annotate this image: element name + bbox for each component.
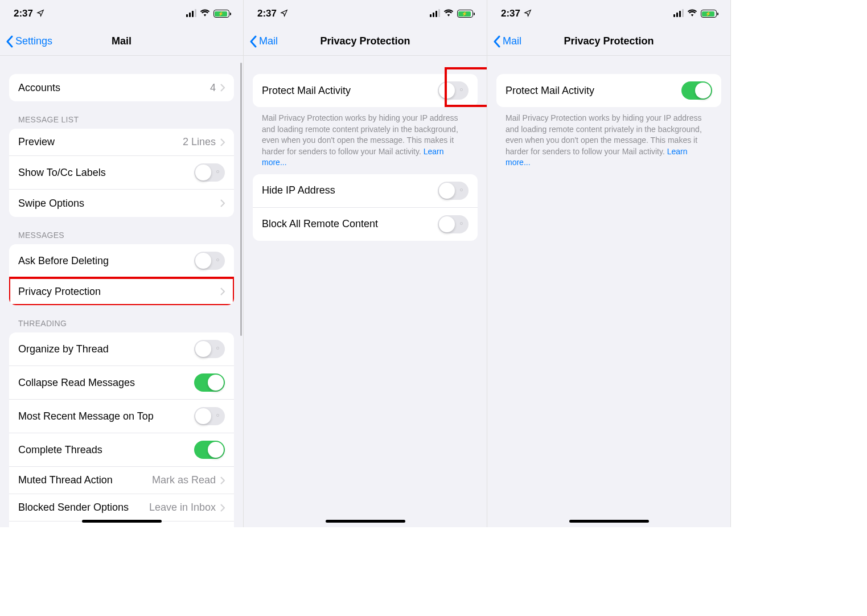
recent-toggle[interactable]	[194, 407, 225, 425]
show-tocc-label: Show To/Cc Labels	[18, 167, 106, 179]
privacy-content: Protect Mail Activity Mail Privacy Prote…	[487, 56, 730, 527]
status-bar: 2:37 ⚡	[244, 0, 487, 27]
ask-before-deleting-row: Ask Before Deleting	[9, 244, 234, 278]
status-time: 2:37	[257, 8, 277, 19]
collapse-toggle[interactable]	[194, 373, 225, 392]
protect-toggle[interactable]	[681, 81, 712, 100]
back-button[interactable]: Mail	[244, 35, 278, 48]
chevron-left-icon	[6, 35, 13, 48]
recent-on-top-row: Most Recent Message on Top	[9, 400, 234, 433]
muted-action-row[interactable]: Muted Thread Action Mark as Read	[9, 467, 234, 494]
preview-row[interactable]: Preview 2 Lines	[9, 129, 234, 156]
accounts-value: 4	[210, 82, 216, 94]
block-remote-label: Block All Remote Content	[262, 218, 378, 230]
blocked-sender-row[interactable]: Blocked Sender Options Leave in Inbox	[9, 494, 234, 521]
hide-ip-row: Hide IP Address	[253, 174, 478, 208]
swipe-label: Swipe Options	[18, 198, 84, 210]
cellular-signal-icon	[186, 10, 196, 17]
back-button[interactable]: Mail	[487, 35, 521, 48]
status-bar: 2:37 ⚡	[487, 0, 730, 27]
collapse-label: Collapse Read Messages	[18, 377, 135, 389]
complete-label: Complete Threads	[18, 444, 102, 456]
hide-ip-label: Hide IP Address	[262, 184, 335, 196]
nav-bar: Mail Privacy Protection	[487, 27, 730, 56]
location-icon	[280, 9, 288, 19]
back-button[interactable]: Settings	[0, 35, 52, 48]
protect-label: Protect Mail Activity	[262, 85, 351, 97]
chevron-left-icon	[249, 35, 257, 48]
cellular-signal-icon	[430, 10, 440, 17]
back-label: Mail	[259, 35, 278, 47]
recent-label: Most Recent Message on Top	[18, 410, 154, 422]
privacy-label: Privacy Protection	[18, 286, 101, 298]
protect-toggle[interactable]	[438, 81, 469, 100]
location-icon	[36, 9, 44, 19]
section-header-threading: THREADING	[9, 305, 234, 332]
status-bar: 2:37 ⚡	[0, 0, 243, 27]
section-header-message-list: MESSAGE LIST	[9, 101, 234, 129]
ask-before-label: Ask Before Deleting	[18, 255, 109, 267]
show-tocc-row: Show To/Cc Labels	[9, 156, 234, 190]
nav-bar: Mail Privacy Protection	[244, 27, 487, 56]
organize-label: Organize by Thread	[18, 343, 109, 355]
location-icon	[524, 9, 532, 19]
accounts-row[interactable]: Accounts 4	[9, 74, 234, 101]
muted-value: Mark as Read	[152, 474, 216, 486]
privacy-protection-row[interactable]: Privacy Protection	[9, 278, 234, 305]
home-indicator[interactable]	[326, 520, 405, 523]
blocked-sender-label: Blocked Sender Options	[18, 502, 129, 514]
complete-toggle[interactable]	[194, 441, 225, 459]
muted-label: Muted Thread Action	[18, 474, 113, 486]
protect-mail-activity-row: Protect Mail Activity	[496, 74, 721, 107]
block-remote-row: Block All Remote Content	[253, 208, 478, 241]
status-time: 2:37	[14, 8, 33, 19]
collapse-read-row: Collapse Read Messages	[9, 366, 234, 400]
home-indicator[interactable]	[82, 520, 162, 523]
ask-before-toggle[interactable]	[194, 252, 225, 270]
organize-toggle[interactable]	[194, 340, 225, 358]
nav-bar: Settings Mail	[0, 27, 243, 56]
status-time: 2:37	[501, 8, 520, 19]
preview-value: 2 Lines	[183, 136, 216, 148]
section-header-messages: MESSAGES	[9, 217, 234, 244]
hide-ip-toggle[interactable]	[438, 182, 469, 200]
show-tocc-toggle[interactable]	[194, 163, 225, 182]
screen-mail-settings: 2:37 ⚡ Settings Mail Accounts 4	[0, 0, 244, 527]
chevron-left-icon	[493, 35, 500, 48]
home-indicator[interactable]	[569, 520, 649, 523]
chevron-right-icon	[220, 199, 225, 207]
chevron-right-icon	[220, 288, 225, 295]
battery-icon: ⚡	[213, 10, 229, 18]
screen-privacy-off: 2:37 ⚡ Mail Privacy Protection Protect M…	[244, 0, 487, 527]
block-remote-toggle[interactable]	[438, 215, 469, 233]
chevron-right-icon	[220, 138, 225, 146]
wifi-icon	[200, 8, 210, 19]
chevron-right-icon	[220, 477, 225, 484]
preview-label: Preview	[18, 136, 55, 148]
protect-mail-activity-row: Protect Mail Activity	[253, 74, 478, 107]
chevron-right-icon	[220, 84, 225, 92]
blocked-sender-value: Leave in Inbox	[149, 502, 216, 514]
organize-thread-row: Organize by Thread	[9, 332, 234, 366]
chevron-right-icon	[220, 504, 225, 512]
protect-label: Protect Mail Activity	[506, 85, 594, 97]
back-label: Mail	[503, 35, 521, 47]
accounts-label: Accounts	[18, 82, 60, 94]
nav-title: Privacy Protection	[244, 35, 487, 47]
screen-privacy-on: 2:37 ⚡ Mail Privacy Protection Protect M…	[487, 0, 731, 527]
battery-icon: ⚡	[701, 10, 717, 18]
cellular-signal-icon	[673, 10, 684, 17]
back-label: Settings	[15, 35, 52, 47]
privacy-description: Mail Privacy Protection works by hiding …	[253, 107, 478, 174]
wifi-icon	[443, 8, 454, 19]
privacy-content: Protect Mail Activity Mail Privacy Prote…	[244, 56, 487, 527]
privacy-description: Mail Privacy Protection works by hiding …	[496, 107, 721, 174]
nav-title: Privacy Protection	[487, 35, 730, 47]
complete-threads-row: Complete Threads	[9, 433, 234, 467]
battery-icon: ⚡	[457, 10, 473, 18]
settings-content: Accounts 4 MESSAGE LIST Preview 2 Lines …	[0, 56, 243, 527]
scrollbar[interactable]	[240, 63, 242, 336]
swipe-options-row[interactable]: Swipe Options	[9, 190, 234, 217]
wifi-icon	[687, 8, 697, 19]
